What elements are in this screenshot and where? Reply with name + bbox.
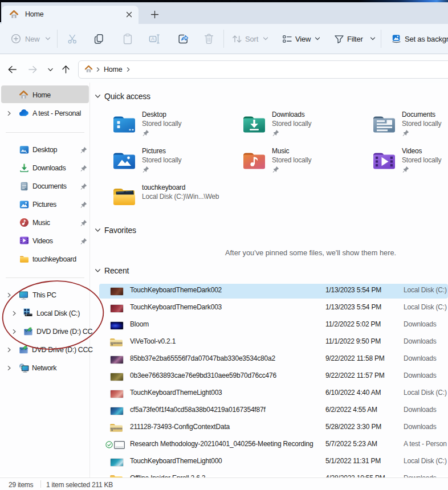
svg-text:A: A — [151, 36, 154, 42]
